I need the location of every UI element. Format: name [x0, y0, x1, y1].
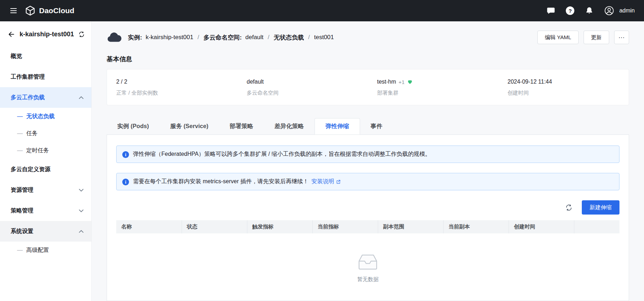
chevron-down-icon [79, 209, 84, 212]
more-actions-button[interactable]: ⋯ [614, 31, 629, 44]
tab-events[interactable]: 事件 [360, 118, 393, 134]
brand[interactable]: DaoCloud [25, 5, 74, 16]
user-avatar[interactable] [604, 6, 614, 16]
daocloud-logo-icon [25, 5, 36, 16]
tab-service[interactable]: 服务 (Service) [160, 118, 219, 134]
table-header-row: 名称 状态 触发指标 当前指标 副本范围 当前副本 创建时间 [116, 220, 619, 233]
empty-text: 暂无数据 [357, 276, 379, 283]
detail-tabs: 实例 (Pods) 服务 (Service) 部署策略 差异化策略 弹性伸缩 事… [107, 118, 629, 135]
hpa-info-text: 弹性伸缩（FederatedHPA）策略可以跨多个集群扩展 / 缩小工作负载的副… [133, 150, 431, 158]
back-arrow-icon[interactable] [8, 31, 15, 38]
update-button[interactable]: 更新 [584, 31, 609, 44]
chevron-up-icon [79, 96, 84, 99]
sidebar-menu: 概览 工作集群管理 多云工作负载 — 无状态负载 — 任务 [0, 46, 91, 259]
cluster-title: k-kairship-test001 [20, 31, 74, 38]
chevron-down-icon [79, 189, 84, 192]
tab-autoscaling[interactable]: 弹性伸缩 [315, 118, 360, 134]
info-icon: i [122, 151, 129, 158]
more-icon: ⋯ [618, 34, 625, 41]
empty-box-icon [355, 252, 381, 272]
chat-icon[interactable] [547, 6, 555, 15]
healthy-heart-icon [407, 79, 413, 85]
sidebar-item-resource-management[interactable]: 资源管理 [0, 180, 91, 200]
app-window: DaoCloud ? admin k-kairshi [0, 0, 644, 301]
column-status: 状态 [182, 220, 247, 233]
breadcrumb-instance-label: 实例: [128, 33, 142, 42]
hpa-table: 名称 状态 触发指标 当前指标 副本范围 当前副本 创建时间 [116, 220, 619, 233]
basic-info-title: 基本信息 [107, 55, 629, 63]
empty-state: 暂无数据 [116, 233, 619, 297]
topbar: DaoCloud ? admin [0, 0, 644, 21]
sidebar-item-jobs[interactable]: — 任务 [0, 125, 91, 142]
sidebar-item-custom-resources[interactable]: 多云自定义资源 [0, 159, 91, 180]
notifications-bell-icon[interactable] [585, 6, 594, 15]
edit-yaml-button[interactable]: 编辑 YAML [537, 31, 579, 44]
column-current-metric: 当前指标 [312, 220, 378, 233]
stat-created-at: 2024-09-12 11:44 创建时间 [498, 79, 629, 96]
tab-override-policy[interactable]: 差异化策略 [264, 118, 315, 134]
sidebar-item-advanced-config[interactable]: — 高级配置 [0, 242, 91, 259]
help-icon[interactable]: ? [566, 6, 574, 15]
breadcrumb-namespace-value[interactable]: default [245, 34, 263, 41]
username-label: admin [619, 7, 635, 14]
header-actions: 编辑 YAML 更新 ⋯ [537, 31, 629, 44]
sidebar-item-cronjobs[interactable]: — 定时任务 [0, 142, 91, 159]
column-current-replicas: 当前副本 [443, 220, 509, 233]
sidebar-item-policy-management[interactable]: 策略管理 [0, 200, 91, 221]
table-toolbar: 新建伸缩 [116, 200, 619, 215]
column-trigger-metric: 触发指标 [247, 220, 312, 233]
sidebar-item-system-settings[interactable]: 系统设置 [0, 221, 91, 242]
metrics-server-alert: i 需要在每个工作集群内安装 metrics-server 插件，请先安装后再继… [116, 173, 619, 190]
stat-instances: 2 / 2 正常 / 全部实例数 [107, 79, 237, 96]
stat-namespace: default 多云命名空间 [237, 79, 368, 96]
topbar-right: ? admin [547, 6, 635, 16]
hamburger-menu-icon[interactable] [9, 6, 18, 15]
sidebar: k-kairship-test001 概览 工作集群管理 多云工作负载 [0, 21, 92, 301]
page-body: k-kairship-test001 概览 工作集群管理 多云工作负载 [0, 21, 644, 301]
main-content: 实例: k-kairship-test001 / 多云命名空间: default… [92, 21, 644, 301]
sidebar-item-cluster-management[interactable]: 工作集群管理 [0, 67, 91, 87]
external-link-icon [336, 179, 341, 184]
column-name: 名称 [116, 220, 182, 233]
column-actions [574, 220, 619, 233]
brand-name: DaoCloud [39, 6, 74, 15]
hpa-info-alert: i 弹性伸缩（FederatedHPA）策略可以跨多个集群扩展 / 缩小工作负载… [116, 146, 619, 163]
breadcrumb: 实例: k-kairship-test001 / 多云命名空间: default… [128, 33, 334, 42]
sidebar-header: k-kairship-test001 [0, 21, 91, 46]
stat-clusters: test-hm +1 部署集群 [368, 79, 498, 96]
chevron-up-icon [79, 230, 84, 233]
page-header: 实例: k-kairship-test001 / 多云命名空间: default… [107, 31, 629, 44]
sidebar-item-stateless-workloads[interactable]: — 无状态负载 [0, 108, 91, 125]
tab-pods[interactable]: 实例 (Pods) [107, 118, 160, 134]
sidebar-item-overview[interactable]: 概览 [0, 46, 91, 67]
autoscaling-panel: i 弹性伸缩（FederatedHPA）策略可以跨多个集群扩展 / 缩小工作负载… [107, 135, 629, 301]
column-replica-range: 副本范围 [378, 220, 443, 233]
cloud-icon [107, 32, 122, 43]
basic-info-card: 2 / 2 正常 / 全部实例数 default 多云命名空间 test-hm … [107, 69, 629, 105]
info-icon: i [122, 179, 129, 185]
cluster-extra-count[interactable]: +1 [398, 79, 404, 85]
breadcrumb-namespace-label: 多云命名空间: [204, 33, 242, 42]
breadcrumb-instance-value[interactable]: k-kairship-test001 [146, 34, 193, 41]
tab-deploy-policy[interactable]: 部署策略 [219, 118, 264, 134]
refresh-icon[interactable] [565, 204, 573, 211]
sidebar-item-multicloud-workloads[interactable]: 多云工作负载 [0, 87, 91, 108]
switch-cluster-icon[interactable] [78, 31, 85, 38]
column-created-at: 创建时间 [509, 220, 574, 233]
breadcrumb-workload-name: test001 [314, 34, 334, 41]
breadcrumb-workload-type[interactable]: 无状态负载 [274, 33, 304, 42]
metrics-server-text: 需要在每个工作集群内安装 metrics-server 插件，请先安装后再继续！… [133, 178, 341, 185]
install-guide-link[interactable]: 安装说明 [311, 178, 341, 185]
create-hpa-button[interactable]: 新建伸缩 [582, 200, 619, 215]
